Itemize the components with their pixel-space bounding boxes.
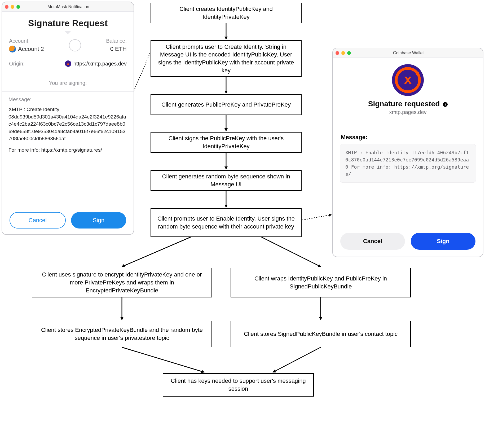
window-minimize-icon[interactable]	[11, 5, 14, 9]
sign-button[interactable]: Sign	[71, 212, 126, 229]
window-title: Coinbase Wallet	[351, 51, 466, 55]
caret-down-icon	[65, 31, 71, 34]
message-body: 08dd939bd59d301a430a4104da24e2f3241e9226…	[8, 114, 126, 142]
svg-line-10	[273, 347, 321, 372]
page-title: Signature requested i	[333, 100, 483, 108]
flow-text: Client stores SignedPublicKeyBundle in u…	[236, 330, 405, 338]
flow-step-7-right: Client wraps IdentityPublicKey and Publi…	[231, 268, 411, 297]
flow-step-1: Client creates IdentityPublicKey and Ide…	[151, 3, 302, 23]
window-close-icon[interactable]	[336, 51, 339, 55]
message-label: Message:	[333, 115, 483, 144]
flow-text: Client uses signature to encrypt Identit…	[37, 271, 207, 294]
window-close-icon[interactable]	[5, 5, 8, 9]
account-label: Account:	[9, 38, 44, 44]
page-title: Signature Request	[2, 18, 134, 28]
svg-line-9	[122, 347, 204, 372]
request-domain: xmtp.pages.dev	[333, 109, 483, 115]
flow-text: Client wraps IdentityPublicKey and Publi…	[236, 275, 405, 290]
metamask-popup: MetaMask Notification Signature Request …	[2, 2, 134, 235]
info-icon[interactable]: i	[443, 102, 448, 107]
flow-step-8-left: Client stores EncryptedPrivateKeyBundle …	[32, 321, 212, 347]
cancel-button[interactable]: Cancel	[10, 212, 66, 229]
svg-line-5	[122, 237, 191, 267]
flow-text: Client prompts user to Enable Identity. …	[156, 215, 296, 230]
flow-text: Client stores EncryptedPrivateKeyBundle …	[37, 326, 207, 342]
sign-button[interactable]: Sign	[411, 233, 475, 250]
message-title: XMTP : Create Identity	[8, 107, 59, 112]
flow-text: Client has keys needed to support user's…	[168, 377, 308, 393]
flow-step-5: Client generates random byte sequence sh…	[151, 170, 302, 191]
flow-step-4: Client signs the PublicPreKey with the u…	[151, 132, 302, 153]
flow-step-6: Client prompts user to Enable Identity. …	[151, 208, 302, 237]
account-avatar-icon	[9, 46, 16, 52]
flow-step-7-left: Client uses signature to encrypt Identit…	[32, 268, 212, 297]
origin-favicon-icon: x	[65, 60, 71, 67]
flow-text: Client prompts user to Create Identity. …	[156, 43, 296, 74]
window-titlebar: Coinbase Wallet	[333, 48, 483, 58]
signing-caption: You are signing:	[2, 80, 134, 86]
message-box: Message: XMTP : Create Identity 08dd939b…	[2, 91, 134, 158]
flow-text: Client signs the PublicPreKey with the u…	[156, 134, 296, 150]
window-title: MetaMask Notification	[20, 5, 117, 9]
app-logo-icon: x	[392, 64, 424, 96]
svg-point-15	[416, 72, 419, 75]
flow-text: Client generates PublicPreKey and Privat…	[156, 101, 296, 109]
window-zoom-icon[interactable]	[347, 51, 351, 55]
balance-value: 0 ETH	[106, 46, 127, 52]
svg-line-12	[302, 215, 331, 220]
flow-step-2: Client prompts user to Create Identity. …	[151, 40, 302, 77]
flow-text: Client creates IdentityPublicKey and Ide…	[156, 5, 296, 21]
coinbase-popup: Coinbase Wallet x Signature requested i …	[332, 48, 483, 257]
cancel-button[interactable]: Cancel	[340, 233, 405, 250]
message-body: XMTP : Enable Identity 117eefd61406249b7…	[340, 144, 476, 183]
identicon-placeholder-icon	[69, 39, 81, 51]
flow-step-3: Client generates PublicPreKey and Privat…	[151, 94, 302, 115]
flow-step-8-right: Client stores SignedPublicKeyBundle in u…	[231, 321, 411, 347]
svg-text:x: x	[404, 72, 412, 87]
flow-text: Client generates random byte sequence sh…	[156, 173, 296, 188]
account-name: Account 2	[18, 46, 44, 52]
window-titlebar: MetaMask Notification	[2, 2, 134, 12]
origin-url: https://xmtp.pages.dev	[73, 61, 127, 67]
divider	[2, 206, 134, 206]
balance-label: Balance:	[106, 38, 127, 44]
message-label: Message:	[8, 96, 127, 103]
heading-text: Signature requested	[368, 100, 440, 108]
window-minimize-icon[interactable]	[341, 51, 345, 55]
window-zoom-icon[interactable]	[16, 5, 20, 9]
svg-line-6	[261, 237, 321, 267]
message-more-info: For more info: https://xmtp.org/signatur…	[8, 147, 127, 153]
origin-label: Origin:	[9, 61, 25, 67]
flow-step-9: Client has keys needed to support user's…	[163, 373, 314, 397]
